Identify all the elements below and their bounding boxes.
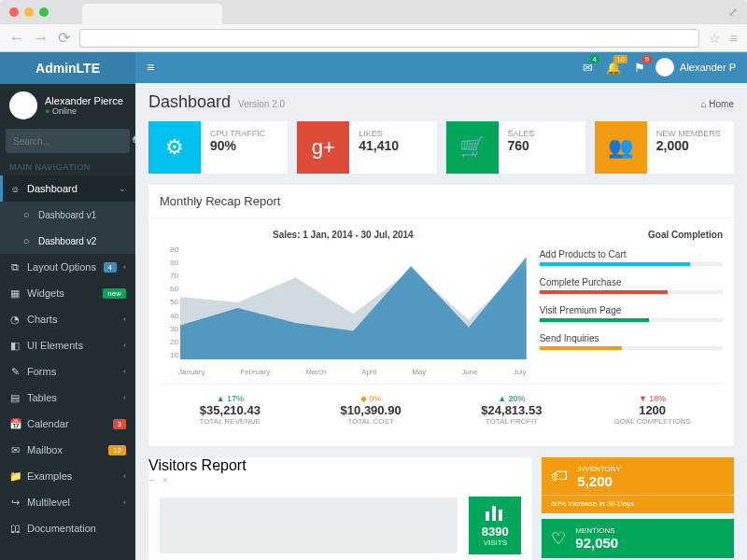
kpi-total-profit: ▲ 20%$24,813.53TOTAL PROFIT bbox=[442, 385, 583, 435]
nav-badge: 4 bbox=[104, 262, 117, 273]
search-input[interactable] bbox=[13, 136, 132, 147]
reload-icon[interactable]: ⟳ bbox=[58, 29, 70, 47]
visitors-title: Visitors Report bbox=[148, 457, 247, 473]
nav-label: Mailbox bbox=[27, 444, 102, 455]
nav-icon: ▤ bbox=[9, 392, 21, 404]
nav-icon: ○ bbox=[21, 235, 32, 246]
user-panel[interactable]: Alexander Pierce ● Online bbox=[0, 84, 135, 127]
stat-icon: ⚙ bbox=[148, 121, 201, 174]
page-title: Dashboard bbox=[148, 92, 231, 112]
nav-icon: ↪ bbox=[9, 497, 21, 509]
header-username[interactable]: Alexander P bbox=[680, 62, 736, 73]
nav-icon: 📅 bbox=[9, 418, 21, 430]
nav-icon: ◔ bbox=[9, 314, 21, 326]
header-avatar[interactable] bbox=[655, 58, 674, 77]
sidebar-item-documentation[interactable]: 🕮Documentation bbox=[0, 515, 135, 541]
sidebar-item-forms[interactable]: ✎Forms‹ bbox=[0, 358, 135, 385]
sidebar-item-ui-elements[interactable]: ◧UI Elements‹ bbox=[0, 332, 135, 358]
nav-badge: 12 bbox=[108, 445, 126, 455]
nav-label: Charts bbox=[27, 314, 117, 325]
stat-icon: 🛒 bbox=[446, 121, 499, 174]
chart-caption: Sales: 1 Jan, 2014 - 30 Jul, 2014 bbox=[160, 230, 527, 240]
sidebar-item-mailbox[interactable]: ✉Mailbox12 bbox=[0, 437, 135, 463]
sidebar-item-calendar[interactable]: 📅Calendar3 bbox=[0, 411, 135, 437]
sidebar-item-dashboard-v1[interactable]: ○Dashboard v1 bbox=[0, 202, 135, 228]
stat-label: CPU TRAFFIC bbox=[210, 129, 265, 138]
chevron-icon: ‹ bbox=[123, 497, 126, 507]
stat-icon: g+ bbox=[297, 121, 349, 174]
stat-value: 760 bbox=[508, 138, 535, 153]
nav-label: Multilevel bbox=[27, 497, 117, 508]
nav-icon: ○ bbox=[21, 209, 32, 220]
stat-value: 90% bbox=[210, 138, 265, 153]
nav-label: Forms bbox=[27, 366, 117, 377]
close-icon[interactable]: × bbox=[162, 474, 167, 485]
nav-label: Tables bbox=[27, 392, 117, 403]
bell-icon[interactable]: 🔔10 bbox=[606, 61, 621, 75]
chevron-icon: ‹ bbox=[123, 471, 126, 481]
nav-label: Dashboard v2 bbox=[38, 236, 126, 246]
nav-label: UI Elements bbox=[27, 340, 117, 351]
goal-visit-premium-page: Visit Premium Page bbox=[540, 305, 723, 322]
visits-stat: 8390 VISITS bbox=[469, 497, 521, 554]
sidebar-item-layout-options[interactable]: ⧉Layout Options4‹ bbox=[0, 254, 135, 280]
kpi-total-cost: ◆ 0%$10,390.90TOTAL COST bbox=[301, 385, 442, 435]
menu-toggle-icon[interactable]: ≡ bbox=[147, 60, 154, 75]
chevron-icon: ‹ bbox=[123, 315, 126, 324]
page-version: Version 2.0 bbox=[238, 99, 285, 109]
nav-header: MAIN NAVIGATION bbox=[0, 155, 135, 175]
nav-icon: ⌾ bbox=[9, 183, 21, 194]
brand-logo[interactable]: AdminLTE bbox=[0, 52, 135, 84]
chevron-icon: ⌄ bbox=[119, 184, 126, 193]
stat-likes[interactable]: g+LIKES41,410 bbox=[297, 121, 436, 174]
chevron-icon: ‹ bbox=[123, 262, 126, 272]
sidebar-item-tables[interactable]: ▤Tables‹ bbox=[0, 385, 135, 411]
stat-label: LIKES bbox=[359, 129, 399, 138]
recap-title: Monthly Recap Report bbox=[160, 194, 280, 208]
forward-icon[interactable]: → bbox=[34, 30, 49, 47]
sidebar-item-multilevel[interactable]: ↪Multilevel‹ bbox=[0, 489, 135, 515]
goals-header: Goal Completion bbox=[540, 230, 723, 240]
stat-new-members[interactable]: 👥NEW MEMBERS2,000 bbox=[595, 121, 734, 174]
sidebar-item-dashboard[interactable]: ⌾Dashboard⌄ bbox=[0, 175, 135, 202]
sidebar-item-examples[interactable]: 📁Examples‹ bbox=[0, 463, 135, 489]
stat-sales[interactable]: 🛒SALES760 bbox=[446, 121, 585, 174]
stat-value: 2,000 bbox=[656, 138, 721, 153]
sidebar-item-charts[interactable]: ◔Charts‹ bbox=[0, 306, 135, 332]
expand-icon[interactable]: ⤢ bbox=[728, 6, 738, 19]
card-icon: ♡ bbox=[551, 528, 566, 549]
nav-icon: ◧ bbox=[9, 340, 21, 352]
chevron-icon: ‹ bbox=[123, 367, 126, 376]
stat-value: 41,410 bbox=[359, 138, 399, 153]
collapse-icon[interactable]: − bbox=[148, 474, 154, 485]
nav-badge: new bbox=[103, 288, 126, 299]
svg-rect-1 bbox=[492, 506, 496, 521]
url-bar[interactable] bbox=[79, 29, 699, 48]
nav-label: Examples bbox=[27, 470, 117, 482]
back-icon[interactable]: ← bbox=[9, 30, 24, 47]
nav-icon: 📁 bbox=[9, 470, 21, 483]
browser-tab[interactable] bbox=[82, 4, 222, 24]
world-map[interactable] bbox=[160, 497, 458, 553]
avatar bbox=[9, 91, 37, 119]
nav-icon: ✎ bbox=[9, 366, 21, 378]
bookmark-icon[interactable]: ☆ bbox=[709, 31, 721, 46]
nav-label: Widgets bbox=[27, 287, 96, 299]
stat-cpu-traffic[interactable]: ⚙CPU TRAFFIC90% bbox=[148, 121, 288, 174]
stat-icon: 👥 bbox=[595, 121, 647, 174]
goal-complete-purchase: Complete Purchase bbox=[540, 277, 723, 294]
hamburger-icon[interactable]: ≡ bbox=[730, 31, 738, 46]
stat-label: NEW MEMBERS bbox=[656, 129, 721, 138]
kpi-goal-completions: ▼ 18%1200GOAL COMPLETIONS bbox=[582, 385, 723, 435]
search-box[interactable]: 🔍 bbox=[6, 129, 130, 153]
sidebar-item-dashboard-v2[interactable]: ○Dashboard v2 bbox=[0, 228, 135, 254]
card-mentions[interactable]: ♡MENTIONS92,050 bbox=[542, 519, 734, 558]
flag-icon[interactable]: ⚑9 bbox=[634, 61, 645, 75]
svg-rect-2 bbox=[499, 510, 502, 521]
sidebar-item-widgets[interactable]: ▦Widgetsnew bbox=[0, 280, 135, 306]
mail-icon[interactable]: ✉4 bbox=[583, 61, 593, 75]
breadcrumb[interactable]: ⌂ Home bbox=[700, 99, 734, 109]
card-inventory[interactable]: 🏷INVENTORY5,20050% Increase in 30 Days bbox=[542, 457, 734, 513]
nav-label: Layout Options bbox=[27, 261, 97, 273]
nav-label: Documentation bbox=[27, 523, 126, 534]
